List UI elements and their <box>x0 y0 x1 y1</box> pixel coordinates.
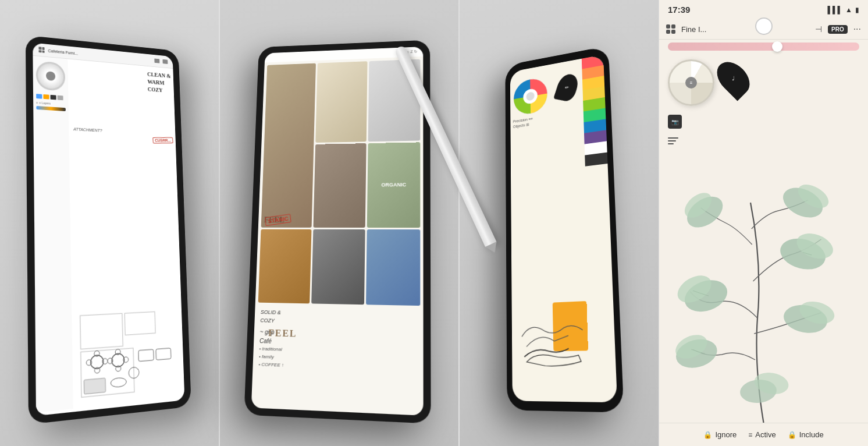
swatch-dark <box>51 95 56 100</box>
panels-area: Cafeteria Furni... <box>0 0 659 446</box>
teardrop-widget[interactable]: ♩ <box>711 56 756 101</box>
sketch-text-clean: CLEAN &WARMCOZY <box>147 70 172 95</box>
dial-widget <box>36 61 66 91</box>
phone-screen: Precision ≡≡ Objects ⊞ <box>510 55 617 402</box>
color-swatches <box>36 94 65 100</box>
expand-icon[interactable]: ⊣ <box>815 24 822 34</box>
mb-cell-interior: FEEL <box>261 63 316 228</box>
color-bar <box>36 106 66 111</box>
grid-icon <box>38 47 44 53</box>
panel-2-ipad-moodboard: 58% ○ Z ↻ FEEL ORGANI <box>220 0 458 446</box>
tool-slider-bar[interactable] <box>668 43 859 51</box>
svg-rect-1 <box>124 312 155 335</box>
svg-rect-0 <box>80 313 123 349</box>
active-label: Active <box>755 430 775 439</box>
ipad1-main: CLEAN &WARMCOZY ATTACHMENT? CUSRR... <box>67 59 184 409</box>
ipad-mockup-1: Cafeteria Furni... <box>26 35 191 424</box>
teardrop-icon: ♩ <box>732 75 735 82</box>
swatch-yellow <box>43 94 49 100</box>
active-icon: ≡ <box>748 431 752 439</box>
phone-sketch-svg <box>517 286 589 380</box>
ipad-mockup-2: 58% ○ Z ↻ FEEL ORGANI <box>244 40 431 423</box>
right-panel-app: 17:39 ▌▌▌ ▲ ▮ Fine I... ⊣ PRO ··· <box>659 0 868 446</box>
floor-plan-svg <box>74 300 184 405</box>
color-strip <box>582 55 608 167</box>
share-icon <box>162 59 168 64</box>
botanical-svg <box>659 150 868 423</box>
pro-badge: PRO <box>828 25 848 34</box>
mb-cell-chairs <box>315 61 367 143</box>
ipad-screen-2: 58% ○ Z ↻ FEEL ORGANI <box>251 47 424 416</box>
right-dial[interactable] <box>668 59 714 106</box>
status-item-ignore[interactable]: 🔒 Ignore <box>703 430 737 439</box>
mb-cell-wood <box>258 229 312 303</box>
dial-area: ♩ <box>659 54 868 112</box>
mb-cell-dark <box>311 229 365 305</box>
svg-point-3 <box>91 355 104 369</box>
ipad-screen-1: Cafeteria Furni... <box>33 43 184 416</box>
white-circle[interactable] <box>755 17 773 35</box>
mb-cell-blue <box>366 229 420 306</box>
svg-rect-14 <box>156 348 171 360</box>
mb-cell-stool <box>314 144 367 228</box>
ignore-icon: 🔒 <box>703 431 712 439</box>
hamburger-line-1 <box>668 137 678 139</box>
tool-slider-thumb[interactable] <box>772 41 782 52</box>
tool-name-label: Fine I... <box>681 25 809 34</box>
hamburger-line-2 <box>668 140 676 141</box>
list-icon <box>154 59 159 63</box>
bullets-text: • traditional• family• COFFEE ↑ <box>258 345 417 374</box>
app-header: 17:39 ▌▌▌ ▲ ▮ <box>659 0 868 19</box>
svg-point-8 <box>112 353 124 367</box>
app-status-icons: ▌▌▌ ▲ ▮ <box>828 6 859 14</box>
layers-label: ≡ ≡ Layers <box>36 101 66 106</box>
signal-icon: ▌▌▌ <box>828 6 843 14</box>
attachment-text: ATTACHMENT? <box>73 127 102 132</box>
ipad1-icons <box>154 59 168 64</box>
ipad1-sidebar: ≡ ≡ Layers <box>33 56 73 413</box>
panel-1-ipad-sketch: Cafeteria Furni... <box>0 0 219 446</box>
feel-overlay: FEEL <box>262 324 303 342</box>
more-options-icon[interactable]: ··· <box>853 24 861 34</box>
swatch-blue <box>36 94 42 99</box>
bottom-bar: 🔒 Ignore ≡ Active 🔒 Include <box>659 423 868 446</box>
svg-rect-13 <box>138 349 154 362</box>
phone-sketches <box>517 286 589 383</box>
camera-icon-box[interactable]: 📷 <box>668 115 682 129</box>
grid-view-icon[interactable] <box>666 24 675 34</box>
eraser-icon: ✏ <box>565 84 570 90</box>
dial-center <box>46 71 55 81</box>
ignore-label: Ignore <box>715 430 737 439</box>
status-item-active[interactable]: ≡ Active <box>748 430 775 439</box>
swatch-gray <box>58 95 63 101</box>
include-label: Include <box>799 430 824 439</box>
panel-3-phone: Precision ≡≡ Objects ⊞ <box>460 0 659 446</box>
svg-rect-15 <box>84 378 105 394</box>
hamburger-lines <box>668 137 859 144</box>
botanical-area <box>659 150 868 423</box>
svg-point-16 <box>111 377 126 388</box>
svg-point-4 <box>94 351 99 356</box>
eraser-shape: ✏ <box>553 73 581 102</box>
organic-label: ORGANIC <box>381 182 406 187</box>
hamburger-line-3 <box>668 143 674 144</box>
app-time: 17:39 <box>668 5 690 15</box>
hamburger-menu[interactable] <box>659 132 868 150</box>
small-icons-row: 📷 <box>659 112 868 132</box>
ipad1-content: ≡ ≡ Layers CLEAN &WARMCOZY <box>33 56 184 413</box>
svg-point-5 <box>94 367 99 373</box>
svg-point-10 <box>116 366 121 371</box>
battery-icon: ▮ <box>855 6 859 14</box>
stamp-label: CUSRR... <box>152 137 173 144</box>
wifi-icon: ▲ <box>845 6 852 14</box>
dial-center-button[interactable] <box>685 77 697 89</box>
color-dark <box>585 153 607 167</box>
screenshot-container: Cafeteria Furni... <box>0 0 868 446</box>
phone-mockup: Precision ≡≡ Objects ⊞ <box>505 46 624 413</box>
color-wheel <box>513 75 549 117</box>
status-item-include[interactable]: 🔒 Include <box>788 430 824 439</box>
include-icon: 🔒 <box>788 431 796 439</box>
mb-cell-organic-text: ORGANIC <box>367 143 421 228</box>
